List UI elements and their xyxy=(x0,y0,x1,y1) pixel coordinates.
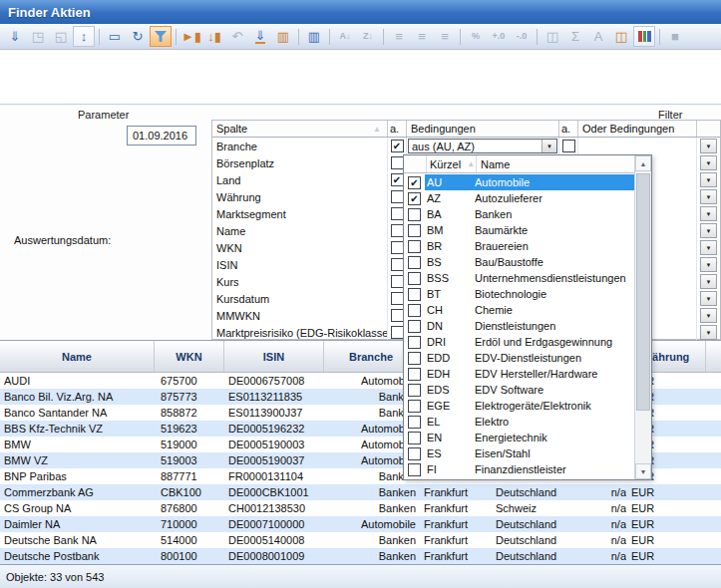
filter-icon[interactable] xyxy=(150,26,172,47)
remove-decimal-icon[interactable]: -.0 xyxy=(511,26,533,47)
stop-icon[interactable]: ■ xyxy=(664,26,686,47)
results-column-header[interactable]: WKN xyxy=(155,341,224,372)
results-column-header[interactable]: Name xyxy=(0,341,155,372)
branche-checkbox[interactable] xyxy=(408,304,421,317)
column-settings-icon[interactable]: ◫ xyxy=(610,26,632,47)
sum-icon[interactable]: Σ xyxy=(564,26,586,47)
swap-icon[interactable]: ↻ xyxy=(127,26,149,47)
filter-dropdown-button[interactable]: ▼ xyxy=(700,240,717,255)
branche-checkbox[interactable] xyxy=(408,208,421,221)
branche-checkbox[interactable] xyxy=(408,320,421,333)
and-checkbox[interactable] xyxy=(391,258,404,271)
insert-value-icon[interactable]: ↓▮ xyxy=(203,26,225,47)
scrollbar-thumb[interactable] xyxy=(636,173,650,411)
result-row[interactable]: Commerzbank AG CBK100 DE000CBK1001 Banke… xyxy=(0,484,721,500)
sort-az-icon[interactable]: A↓ xyxy=(334,26,356,47)
auswertungsdatum-input[interactable]: 01.09.2016 xyxy=(127,126,196,146)
column-filter-icon[interactable]: ▥ xyxy=(272,26,294,47)
branche-checkbox[interactable] xyxy=(408,272,421,285)
filter-dropdown-button[interactable]: ▼ xyxy=(700,206,717,221)
branche-option[interactable]: BT Biotechnologie xyxy=(404,286,635,302)
branche-option[interactable]: EGE Elektrogeräte/Elektronik xyxy=(404,398,635,414)
name-column-header[interactable]: Name xyxy=(476,155,634,172)
insert-column-right-icon[interactable]: ►▮ xyxy=(180,26,202,47)
dropdown-scrollbar[interactable]: ▲ ▼ xyxy=(634,155,651,479)
results-column-header[interactable]: ISIN xyxy=(224,341,324,372)
branche-checkbox[interactable] xyxy=(408,416,421,429)
branche-option[interactable]: BR Brauereien xyxy=(404,238,635,254)
undo-icon[interactable]: ↶ xyxy=(226,26,248,47)
branche-checkbox[interactable] xyxy=(408,176,421,189)
oder-bedingungen-column-header[interactable]: Oder Bedingungen xyxy=(578,121,697,137)
and-checkbox[interactable] xyxy=(391,309,404,322)
branche-option[interactable]: BM Baumärkte xyxy=(404,222,635,238)
scroll-down-icon[interactable]: ▼ xyxy=(635,463,651,479)
font-icon[interactable]: A xyxy=(587,26,609,47)
and-checkbox[interactable] xyxy=(391,275,404,288)
results-column-header[interactable] xyxy=(706,341,721,372)
branche-checkbox[interactable] xyxy=(408,384,421,397)
branche-checkbox[interactable] xyxy=(408,288,421,301)
move-down-icon[interactable]: ⇓ xyxy=(249,26,271,47)
branche-option[interactable]: AU Automobile xyxy=(404,174,635,190)
stretch-window-icon[interactable]: ▭ xyxy=(104,26,126,47)
branche-option[interactable]: EDS EDV Software xyxy=(404,382,635,398)
align-center-icon[interactable]: ≡ xyxy=(411,26,433,47)
filter-dropdown-button[interactable]: ▼ xyxy=(700,155,717,170)
and-checkbox[interactable] xyxy=(391,292,404,305)
branche-option[interactable]: BA Banken xyxy=(404,206,635,222)
filter-dropdown-button[interactable]: ▼ xyxy=(700,291,717,306)
sort-za-icon[interactable]: Z↓ xyxy=(357,26,379,47)
filter-dropdown-button[interactable]: ▼ xyxy=(700,139,717,153)
align-right-icon[interactable]: ≡ xyxy=(434,26,456,47)
column-visibility-icon[interactable]: ▥ xyxy=(303,26,325,47)
align-left-icon[interactable]: ≡ xyxy=(388,26,410,47)
chart-icon[interactable] xyxy=(633,26,655,47)
filter-dropdown-button[interactable]: ▼ xyxy=(700,172,717,187)
filter-dropdown-button[interactable]: ▼ xyxy=(700,274,717,289)
and-checkbox[interactable] xyxy=(391,224,404,237)
branche-option[interactable]: CH Chemie xyxy=(404,302,635,318)
freeze-column-icon[interactable]: ◫ xyxy=(541,26,563,47)
spalte-column-header[interactable]: Spalte ▲ xyxy=(212,121,388,137)
branche-option[interactable]: EDD EDV-Dienstleistungen xyxy=(404,350,635,366)
bedingungen-combo[interactable]: aus (AU, AZ) ▼ xyxy=(408,139,557,153)
branche-option[interactable]: DN Dienstleistungen xyxy=(404,318,635,334)
filter-dropdown-button[interactable]: ▼ xyxy=(700,257,717,272)
filter-dropdown-button[interactable]: ▼ xyxy=(700,325,717,340)
branche-checkbox[interactable] xyxy=(408,400,421,413)
percent-icon[interactable]: % xyxy=(465,26,487,47)
add-decimal-icon[interactable]: +.0 xyxy=(488,26,510,47)
branche-checkbox[interactable] xyxy=(408,224,421,237)
and-checkbox[interactable] xyxy=(391,190,404,203)
branche-option[interactable]: EL Elektro xyxy=(404,414,635,430)
filter-dropdown-button[interactable]: ▼ xyxy=(700,308,717,323)
branche-option[interactable]: AZ Autozulieferer xyxy=(404,190,635,206)
and2-column-header[interactable]: a. xyxy=(559,121,578,137)
or-checkbox[interactable] xyxy=(562,140,575,152)
branche-checkbox[interactable] xyxy=(408,192,421,205)
and-column-header[interactable]: a. xyxy=(388,121,407,137)
scroll-up-icon[interactable]: ▲ xyxy=(635,155,651,171)
shrink-icon[interactable]: ◳ xyxy=(27,26,49,47)
branche-option[interactable]: EDH EDV Hersteller/Hardware xyxy=(404,366,635,382)
filter-dropdown-button[interactable]: ▼ xyxy=(700,189,717,204)
branche-option[interactable]: BSS Unternehmensdienstleistungen xyxy=(404,270,635,286)
branche-option[interactable]: EN Energietechnik xyxy=(404,430,635,445)
result-row[interactable]: Deutsche Postbank 800100 DE0008001009 Ba… xyxy=(0,548,721,564)
result-row[interactable]: CS Group NA 876800 CH0012138530 Banken F… xyxy=(0,500,721,516)
result-row[interactable]: Daimler NA 710000 DE0007100000 Automobil… xyxy=(0,516,721,532)
restore-icon[interactable]: ◱ xyxy=(50,26,72,47)
filter-dropdown-button[interactable]: ▼ xyxy=(700,223,717,238)
branche-checkbox[interactable] xyxy=(408,368,421,381)
branche-option[interactable]: ES Eisen/Stahl xyxy=(404,445,635,461)
filter-row[interactable]: Branche aus (AU, AZ) ▼ ▼ xyxy=(212,138,720,154)
branche-checkbox[interactable] xyxy=(408,336,421,349)
branche-checkbox[interactable] xyxy=(408,447,421,460)
branche-option[interactable]: FI Finanzdienstleister xyxy=(404,461,635,477)
branche-option[interactable]: DRI Erdöl und Erdgasgewinnung xyxy=(404,334,635,350)
and-checkbox[interactable] xyxy=(391,207,404,220)
and-checkbox[interactable] xyxy=(391,140,404,152)
bedingungen-column-header[interactable]: Bedingungen xyxy=(407,121,559,137)
branche-checkbox[interactable] xyxy=(408,256,421,269)
